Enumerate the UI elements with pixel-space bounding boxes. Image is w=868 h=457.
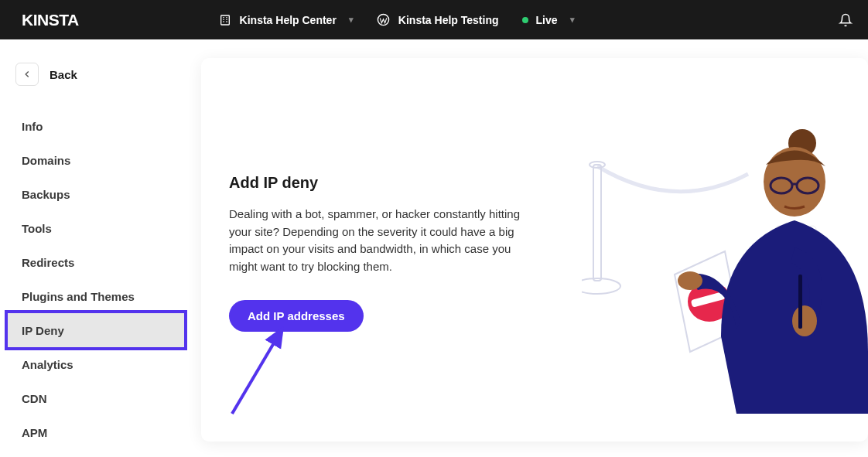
back-button[interactable]: Back	[0, 63, 201, 86]
company-selector[interactable]: Kinsta Help Center ▾	[218, 13, 354, 27]
content-card: Add IP deny Dealing with a bot, spammer,…	[201, 58, 868, 442]
arrow-left-icon	[15, 63, 39, 86]
logo: KINSTA	[22, 11, 79, 29]
svg-rect-18	[798, 275, 802, 329]
chevron-down-icon: ▾	[349, 15, 354, 25]
sidebar-item-label: APM	[22, 426, 47, 439]
company-label: Kinsta Help Center	[240, 14, 337, 26]
topbar: KINSTA Kinsta Help Center ▾ Kinsta Help …	[0, 0, 868, 39]
svg-point-16	[678, 271, 702, 290]
sidebar-item-plugins-themes[interactable]: Plugins and Themes	[0, 279, 201, 313]
sidebar: Back Info Domains Backups Tools Redirect…	[0, 39, 201, 457]
status-dot-icon	[522, 17, 528, 23]
notifications-button[interactable]	[839, 13, 853, 27]
sidebar-item-redirects[interactable]: Redirects	[0, 245, 201, 279]
sidebar-item-label: Domains	[22, 154, 70, 167]
sidebar-item-label: IP Deny	[22, 324, 64, 337]
sidebar-item-domains[interactable]: Domains	[0, 143, 201, 177]
sidebar-item-label: Redirects	[22, 256, 74, 269]
wordpress-icon	[377, 13, 391, 27]
environment-selector[interactable]: Live ▾	[522, 14, 575, 26]
sidebar-item-label: Plugins and Themes	[22, 290, 135, 303]
sidebar-item-cdn[interactable]: CDN	[0, 381, 201, 415]
sidebar-item-info[interactable]: Info	[0, 109, 201, 143]
sidebar-item-tools[interactable]: Tools	[0, 211, 201, 245]
chevron-down-icon: ▾	[570, 15, 575, 25]
sidebar-item-analytics[interactable]: Analytics	[0, 347, 201, 381]
sidebar-item-label: CDN	[22, 392, 47, 405]
sidebar-item-label: Analytics	[22, 358, 73, 371]
sidebar-item-backups[interactable]: Backups	[0, 177, 201, 211]
svg-rect-0	[220, 15, 229, 25]
sidebar-item-label: Info	[22, 120, 43, 133]
svg-point-17	[792, 305, 817, 336]
sidebar-item-ip-deny[interactable]: IP Deny	[8, 313, 184, 347]
site-label: Kinsta Help Testing	[398, 14, 499, 26]
site-selector[interactable]: Kinsta Help Testing	[377, 13, 499, 27]
add-ip-addresses-button[interactable]: Add IP addresses	[229, 300, 364, 332]
sidebar-item-label: Tools	[22, 222, 52, 235]
sidebar-item-apm[interactable]: APM	[0, 415, 201, 449]
page-description: Dealing with a bot, spammer, or hacker c…	[229, 206, 523, 275]
env-label: Live	[536, 14, 558, 26]
svg-rect-3	[593, 165, 601, 281]
sidebar-item-label: Backups	[22, 188, 70, 201]
building-icon	[218, 13, 232, 27]
back-label: Back	[50, 68, 77, 81]
bouncer-illustration	[582, 128, 868, 414]
main-content: Add IP deny Dealing with a bot, spammer,…	[201, 39, 868, 457]
